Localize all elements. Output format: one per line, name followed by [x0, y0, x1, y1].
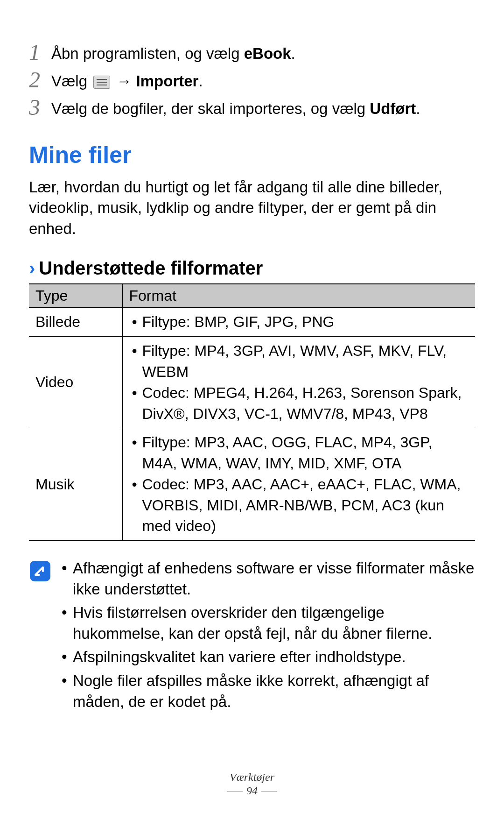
table-row: Musik Filtype: MP3, AAC, OGG, FLAC, MP4,…	[29, 428, 475, 541]
note-item: Afspilningskvalitet kan variere efter in…	[62, 647, 475, 668]
format-table: Type Format Billede Filtype: BMP, GIF, J…	[29, 283, 475, 541]
page-content: 1 Åbn programlisten, og vælg eBook. 2 Væ…	[0, 0, 504, 715]
step-text: Åbn programlisten, og vælg eBook.	[51, 41, 295, 64]
page-footer: Værktøjer 94	[0, 771, 504, 797]
note-item: Afhængigt af enhedens software er visse …	[62, 558, 475, 600]
note-item: Hvis filstørrelsen overskrider den tilgæ…	[62, 602, 475, 644]
table-header-format: Format	[122, 284, 475, 308]
step-number: 2	[29, 69, 51, 91]
note-list: Afhængigt af enhedens software er visse …	[62, 558, 475, 715]
footer-category: Værktøjer	[0, 771, 504, 784]
step-text: Vælg de bogfiler, der skal importeres, o…	[51, 96, 420, 119]
subsection-heading: › Understøttede filformater	[29, 258, 475, 279]
table-row: Billede Filtype: BMP, GIF, JPG, PNG	[29, 308, 475, 337]
step-2: 2 Vælg → Importer.	[29, 69, 475, 92]
step-1: 1 Åbn programlisten, og vælg eBook.	[29, 41, 475, 64]
note-item: Nogle filer afspilles måske ikke korrekt…	[62, 671, 475, 712]
cell-type: Video	[29, 337, 122, 428]
cell-type: Musik	[29, 428, 122, 541]
note-block: Afhængigt af enhedens software er visse …	[29, 558, 475, 715]
table-row: Video Filtype: MP4, 3GP, AVI, WMV, ASF, …	[29, 337, 475, 428]
chevron-right-icon: ›	[29, 258, 35, 279]
step-3: 3 Vælg de bogfiler, der skal importeres,…	[29, 96, 475, 119]
step-number: 3	[29, 96, 51, 119]
step-number: 1	[29, 41, 51, 64]
section-body: Lær, hvordan du hurtigt og let får adgan…	[29, 177, 475, 240]
footer-page-number: 94	[0, 785, 504, 797]
subsection-title: Understøttede filformater	[39, 258, 263, 279]
section-heading: Mine filer	[29, 141, 475, 169]
cell-format: Filtype: MP3, AAC, OGG, FLAC, MP4, 3GP, …	[122, 428, 475, 541]
table-header-type: Type	[29, 284, 122, 308]
step-text: Vælg → Importer.	[51, 69, 203, 92]
cell-type: Billede	[29, 308, 122, 337]
numbered-steps: 1 Åbn programlisten, og vælg eBook. 2 Væ…	[29, 41, 475, 119]
note-icon	[29, 560, 51, 582]
cell-format: Filtype: BMP, GIF, JPG, PNG	[122, 308, 475, 337]
cell-format: Filtype: MP4, 3GP, AVI, WMV, ASF, MKV, F…	[122, 337, 475, 428]
menu-icon	[93, 76, 110, 89]
